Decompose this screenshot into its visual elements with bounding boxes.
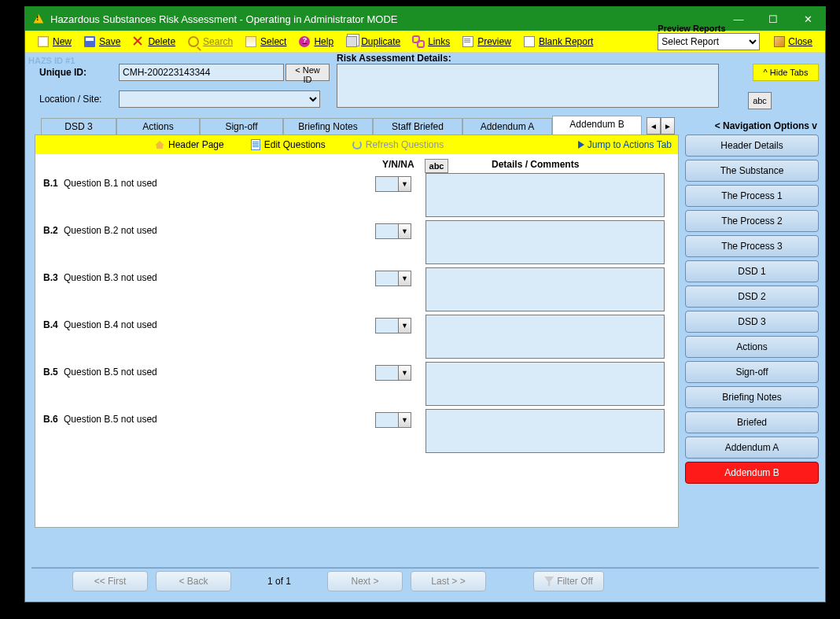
sidenav-the substance[interactable]: The Substance [685,160,819,182]
next-button[interactable]: Next > [327,571,403,591]
preview-button[interactable]: Preview [458,35,516,49]
filter-icon [544,577,554,586]
tab-staff-briefed[interactable]: Staff Briefed [373,118,462,134]
question-number: B.6 [35,409,64,425]
abc-header-button[interactable]: abc [748,92,772,109]
comment-box[interactable] [426,220,665,264]
hazs-id-watermark: HAZS ID #1 [28,56,75,65]
arrow-right-icon [578,141,584,149]
questions-list: B.1 Question B.1 not used ▼ B.2 Question… [35,173,678,456]
select-icon [245,36,256,47]
refresh-questions-button[interactable]: Refresh Questions [352,139,444,150]
comment-box[interactable] [426,267,665,311]
tab-signoff[interactable]: Sign-off [200,118,283,134]
app-window: Hazardous Substances Risk Assessment - O… [24,6,826,602]
col-ynna: Y/N/NA [382,159,422,173]
duplicate-icon [346,36,357,47]
comment-box[interactable] [426,409,665,453]
first-button[interactable]: << First [72,571,148,591]
tab-briefing-notes[interactable]: Briefing Notes [283,118,373,134]
comment-box[interactable] [426,315,665,359]
window-close-button[interactable]: ✕ [790,7,825,31]
comment-box[interactable] [426,362,665,406]
sidenav-dsd 3[interactable]: DSD 3 [685,311,819,333]
risk-details-box[interactable] [337,64,719,108]
filter-off-button[interactable]: Filter Off [533,571,604,591]
preview-icon [462,36,473,47]
sidenav-dsd 1[interactable]: DSD 1 [685,260,819,282]
mid-wrap: Header Page Edit Questions Refresh Quest… [35,134,819,528]
save-icon [84,36,95,47]
chevron-down-icon: ▼ [399,365,411,381]
sidenav-addendum b[interactable]: Addendum B [685,462,819,484]
maximize-button[interactable]: ☐ [756,7,790,31]
last-button[interactable]: Last > > [411,571,486,591]
chevron-down-icon: ▼ [399,318,411,333]
back-button[interactable]: < Back [156,571,231,591]
hide-tabs-button[interactable]: ^ Hide Tabs [753,64,819,81]
preview-reports-select[interactable]: Select Report [658,33,760,50]
save-button[interactable]: Save [79,35,125,49]
header-page-button[interactable]: Header Page [155,139,224,150]
sidenav-briefing notes[interactable]: Briefing Notes [685,386,819,408]
abc-column-button[interactable]: abc [425,159,448,173]
sidenav-dsd 2[interactable]: DSD 2 [685,286,819,308]
search-icon [188,36,199,47]
tab-addendum-b[interactable]: Addendum B [552,116,642,134]
ynna-select[interactable]: ▼ [375,220,414,239]
sidenav-briefed[interactable]: Briefed [685,411,819,433]
header-area: HAZS ID #1 Unique ID: < New ID Location … [25,53,825,116]
column-headers: Y/N/NA abc Details / Comments [35,159,678,173]
location-select[interactable] [119,90,320,108]
tab-actions[interactable]: Actions [116,118,200,134]
ynna-select[interactable]: ▼ [375,267,414,286]
duplicate-button[interactable]: Duplicate [341,35,405,49]
links-button[interactable]: Links [408,35,455,49]
sidenav-addendum a[interactable]: Addendum A [685,437,819,459]
sidenav-header details[interactable]: Header Details [685,134,819,157]
links-icon [413,36,424,47]
question-row: B.3 Question B.3 not used ▼ [35,267,678,315]
navigation-options-toggle[interactable]: < Navigation Options v [712,117,825,134]
tab-scroll-left[interactable]: ◄ [647,117,661,134]
sidenav-the process 2[interactable]: The Process 2 [685,210,819,232]
tab-strip: DSD 3 Actions Sign-off Briefing Notes St… [41,116,825,134]
refresh-icon [352,140,362,149]
select-button[interactable]: Select [241,35,291,49]
question-number: B.3 [35,267,64,283]
delete-icon [133,36,144,47]
ynna-select[interactable]: ▼ [375,362,414,381]
comment-box[interactable] [426,173,665,217]
tab-scroll-right[interactable]: ► [661,117,675,134]
unique-id-field[interactable] [119,64,284,81]
new-id-button[interactable]: < New ID [286,64,330,81]
risk-details-label: Risk Assessment Details: [337,53,451,64]
delete-button[interactable]: Delete [128,35,180,49]
side-nav: Header DetailsThe SubstanceThe Process 1… [685,134,819,528]
close-icon [774,36,785,47]
edit-questions-button[interactable]: Edit Questions [251,139,326,150]
question-row: B.2 Question B.2 not used ▼ [35,220,678,267]
sidenav-sign-off[interactable]: Sign-off [685,361,819,383]
new-button[interactable]: New [33,35,76,49]
ynna-select[interactable]: ▼ [375,409,414,428]
sidenav-the process 1[interactable]: The Process 1 [685,185,819,207]
panel-toolbar: Header Page Edit Questions Refresh Quest… [35,135,678,154]
close-button[interactable]: Close [769,35,817,49]
blank-report-button[interactable]: Blank Report [519,35,598,49]
chevron-down-icon: ▼ [399,176,411,192]
question-number: B.1 [35,173,64,189]
unique-id-label: Unique ID: [39,67,87,78]
help-button[interactable]: ?Help [294,35,338,49]
search-button[interactable]: Search [183,35,238,49]
blank-icon [524,36,535,47]
sidenav-actions[interactable]: Actions [685,336,819,358]
jump-to-actions-button[interactable]: Jump to Actions Tab [578,139,672,150]
tab-addendum-a[interactable]: Addendum A [462,118,552,134]
sidenav-the process 3[interactable]: The Process 3 [685,235,819,257]
question-number: B.5 [35,362,64,378]
ynna-select[interactable]: ▼ [375,173,414,192]
ynna-select[interactable]: ▼ [375,315,414,333]
tab-dsd3[interactable]: DSD 3 [41,118,116,134]
main-toolbar: New Save Delete Search Select ?Help Dupl… [25,31,825,53]
